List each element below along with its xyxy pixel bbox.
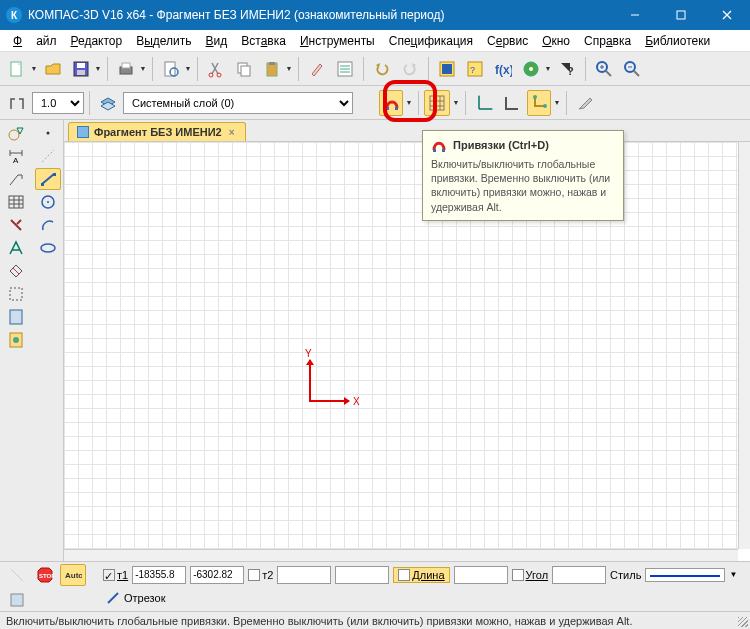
menu-spec[interactable]: Спецификация: [382, 32, 480, 50]
variables-button[interactable]: ?: [462, 56, 488, 82]
dropdown-arrow[interactable]: ▼: [94, 56, 102, 82]
ortho-snap-button[interactable]: [499, 90, 525, 116]
aux-line-tool[interactable]: [35, 145, 61, 167]
t1-lock[interactable]: ✓: [103, 569, 115, 581]
fx-button[interactable]: f(x): [490, 56, 516, 82]
menu-help[interactable]: Справка: [577, 32, 638, 50]
brush-button[interactable]: [304, 56, 330, 82]
lcs-button[interactable]: [471, 90, 497, 116]
dropdown-arrow[interactable]: ▼: [184, 56, 192, 82]
horizontal-scrollbar[interactable]: [64, 549, 738, 561]
stop-button[interactable]: STOP: [32, 564, 58, 586]
document-tab[interactable]: Фрагмент БЕЗ ИМЕНИ2 ×: [68, 122, 246, 141]
ellipse-tool[interactable]: [35, 237, 61, 259]
menu-file[interactable]: Файл: [6, 32, 64, 50]
print-button[interactable]: [113, 56, 137, 82]
svg-rect-67: [41, 183, 44, 186]
ortho-button[interactable]: [4, 90, 30, 116]
menu-insert[interactable]: Вставка: [234, 32, 293, 50]
maximize-button[interactable]: [658, 0, 704, 30]
geometry-tool[interactable]: [3, 122, 29, 144]
menu-window[interactable]: Окно: [535, 32, 577, 50]
length-lock[interactable]: [398, 569, 410, 581]
close-button[interactable]: [704, 0, 750, 30]
angle-lock[interactable]: [512, 569, 524, 581]
dropdown-arrow[interactable]: ▼: [139, 56, 147, 82]
save-file-button[interactable]: [68, 56, 92, 82]
arc-tool[interactable]: [35, 214, 61, 236]
copy-button[interactable]: [231, 56, 257, 82]
menu-libs[interactable]: Библиотеки: [638, 32, 717, 50]
t1-x-input[interactable]: [132, 566, 186, 584]
grid-button[interactable]: [424, 90, 450, 116]
t1-y-input[interactable]: [190, 566, 244, 584]
redo-button[interactable]: [397, 56, 423, 82]
reports-tool[interactable]: [3, 329, 29, 351]
properties-button[interactable]: [332, 56, 358, 82]
apply-button[interactable]: [4, 564, 30, 586]
spec-tool[interactable]: [3, 306, 29, 328]
dimensions-tool[interactable]: A: [3, 145, 29, 167]
manager-button[interactable]: [434, 56, 460, 82]
drawing-canvas[interactable]: X Y: [64, 142, 738, 549]
angle-label: Угол: [512, 569, 549, 581]
y-axis-label: Y: [305, 348, 312, 359]
param-tool[interactable]: [3, 237, 29, 259]
preview-button[interactable]: [158, 56, 182, 82]
tooltip-body: Включить/выключить глобальные привязки. …: [431, 157, 615, 214]
fragment-icon: [77, 126, 89, 138]
circle-tool[interactable]: [35, 191, 61, 213]
measure-tool[interactable]: [3, 260, 29, 282]
menu-editor[interactable]: Редактор: [64, 32, 130, 50]
t2-x-input[interactable]: [277, 566, 331, 584]
tab-close-button[interactable]: ×: [227, 127, 237, 138]
lib-button[interactable]: [518, 56, 542, 82]
menu-select[interactable]: Выделить: [129, 32, 198, 50]
layer-select[interactable]: Системный слой (0): [123, 92, 353, 114]
round-button[interactable]: [527, 90, 551, 116]
line-style-select[interactable]: [645, 568, 725, 582]
cut-button[interactable]: [203, 56, 229, 82]
dropdown-arrow[interactable]: ▼: [544, 56, 552, 82]
paste-button[interactable]: [259, 56, 283, 82]
snaps-button[interactable]: [379, 90, 403, 116]
t2-lock[interactable]: [248, 569, 260, 581]
table-tool[interactable]: [3, 191, 29, 213]
menu-service[interactable]: Сервис: [480, 32, 535, 50]
svg-rect-73: [442, 149, 445, 152]
panel-page-button[interactable]: [4, 589, 30, 611]
edit-tool[interactable]: [3, 214, 29, 236]
zoom-out-button[interactable]: [619, 56, 645, 82]
svg-line-31: [606, 71, 611, 76]
scale-select[interactable]: 1.0: [32, 92, 84, 114]
dropdown-arrow[interactable]: ▼: [30, 56, 38, 82]
line-tool[interactable]: [35, 168, 61, 190]
menu-tools[interactable]: Инструменты: [293, 32, 382, 50]
dropdown-arrow[interactable]: ▼: [452, 90, 460, 116]
new-file-button[interactable]: [4, 56, 28, 82]
document-tab-label: Фрагмент БЕЗ ИМЕНИ2: [94, 126, 222, 138]
length-input[interactable]: [454, 566, 508, 584]
symbols-tool[interactable]: [3, 168, 29, 190]
auto-button[interactable]: Auto: [60, 564, 86, 586]
svg-point-12: [209, 73, 213, 77]
dropdown-arrow[interactable]: ▼: [405, 90, 413, 116]
layers-icon[interactable]: [95, 90, 121, 116]
angle-input[interactable]: [552, 566, 606, 584]
undo-button[interactable]: [369, 56, 395, 82]
resize-grip[interactable]: [738, 617, 748, 627]
zoom-in-button[interactable]: [591, 56, 617, 82]
menu-view[interactable]: Вид: [199, 32, 235, 50]
vertical-scrollbar[interactable]: [738, 142, 750, 549]
edit-button[interactable]: [572, 90, 598, 116]
open-file-button[interactable]: [40, 56, 66, 82]
point-tool[interactable]: [35, 122, 61, 144]
select-tool[interactable]: [3, 283, 29, 305]
dropdown-arrow[interactable]: ▼: [553, 90, 561, 116]
minimize-button[interactable]: [612, 0, 658, 30]
dropdown-arrow[interactable]: ▼: [285, 56, 293, 82]
help-button[interactable]: ?: [554, 56, 580, 82]
svg-point-71: [41, 244, 55, 252]
t2-y-input[interactable]: [335, 566, 389, 584]
svg-text:f(x): f(x): [495, 63, 512, 77]
